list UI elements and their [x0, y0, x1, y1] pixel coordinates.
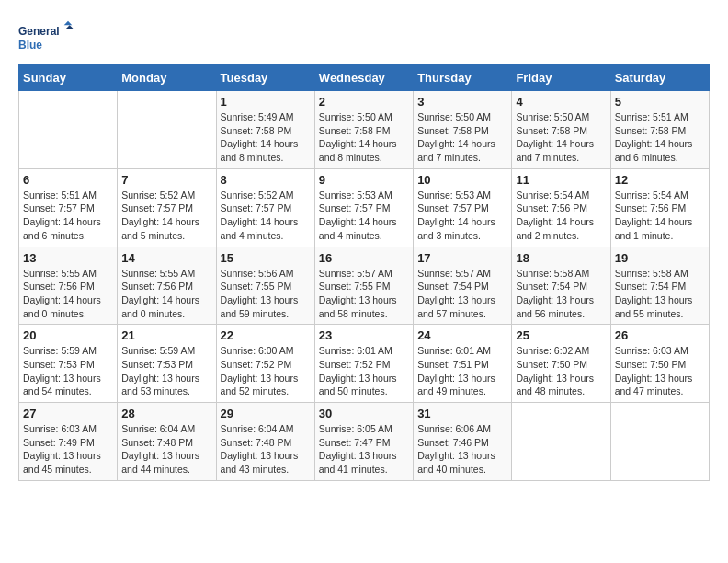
day-detail: Sunrise: 5:50 AMSunset: 7:58 PMDaylight:…: [417, 110, 507, 165]
calendar-cell: 4Sunrise: 5:50 AMSunset: 7:58 PMDaylight…: [512, 91, 610, 169]
calendar-cell: 13Sunrise: 5:55 AMSunset: 7:56 PMDayligh…: [19, 247, 118, 325]
calendar-cell: 8Sunrise: 5:52 AMSunset: 7:57 PMDaylight…: [216, 168, 314, 247]
day-detail: Sunrise: 5:54 AMSunset: 7:56 PMDaylight:…: [615, 189, 705, 243]
day-detail: Sunrise: 5:52 AMSunset: 7:57 PMDaylight:…: [221, 189, 311, 243]
calendar-cell: 30Sunrise: 6:05 AMSunset: 7:47 PMDayligh…: [314, 403, 413, 481]
weekday-header-monday: Monday: [118, 65, 216, 91]
day-number: 6: [23, 173, 113, 187]
calendar-cell: 28Sunrise: 6:04 AMSunset: 7:48 PMDayligh…: [118, 403, 216, 481]
calendar-cell: [610, 403, 709, 481]
calendar-table: SundayMondayTuesdayWednesdayThursdayFrid…: [18, 64, 710, 481]
calendar-cell: 23Sunrise: 6:01 AMSunset: 7:52 PMDayligh…: [314, 325, 413, 403]
calendar-cell: [512, 403, 610, 481]
weekday-header-sunday: Sunday: [19, 65, 118, 91]
calendar-cell: 19Sunrise: 5:58 AMSunset: 7:54 PMDayligh…: [610, 247, 709, 325]
calendar-cell: 20Sunrise: 5:59 AMSunset: 7:53 PMDayligh…: [19, 325, 118, 403]
calendar-cell: 31Sunrise: 6:06 AMSunset: 7:46 PMDayligh…: [414, 403, 512, 481]
day-number: 15: [221, 251, 311, 265]
svg-text:General: General: [18, 25, 60, 38]
calendar-cell: 29Sunrise: 6:04 AMSunset: 7:48 PMDayligh…: [216, 403, 314, 481]
day-number: 28: [121, 407, 211, 420]
day-number: 2: [319, 95, 409, 109]
calendar-cell: 21Sunrise: 5:59 AMSunset: 7:53 PMDayligh…: [118, 325, 216, 403]
day-detail: Sunrise: 5:50 AMSunset: 7:58 PMDaylight:…: [319, 110, 409, 165]
weekday-header-tuesday: Tuesday: [216, 65, 314, 91]
day-detail: Sunrise: 5:56 AMSunset: 7:55 PMDaylight:…: [221, 267, 311, 321]
weekday-header-friday: Friday: [512, 65, 610, 91]
day-detail: Sunrise: 5:57 AMSunset: 7:55 PMDaylight:…: [319, 267, 409, 321]
day-number: 16: [319, 251, 409, 265]
day-detail: Sunrise: 6:02 AMSunset: 7:50 PMDaylight:…: [516, 344, 606, 398]
day-number: 10: [417, 173, 507, 187]
day-detail: Sunrise: 6:06 AMSunset: 7:46 PMDaylight:…: [417, 422, 507, 477]
day-number: 21: [121, 328, 211, 342]
day-detail: Sunrise: 5:55 AMSunset: 7:56 PMDaylight:…: [23, 267, 113, 321]
day-number: 7: [121, 173, 211, 187]
day-detail: Sunrise: 6:05 AMSunset: 7:47 PMDaylight:…: [319, 422, 409, 477]
day-number: 24: [417, 328, 507, 342]
calendar-cell: 18Sunrise: 5:58 AMSunset: 7:54 PMDayligh…: [512, 247, 610, 325]
logo-svg: General Blue: [18, 18, 74, 55]
day-number: 20: [23, 328, 113, 342]
day-number: 12: [615, 173, 705, 187]
day-detail: Sunrise: 5:52 AMSunset: 7:57 PMDaylight:…: [121, 189, 211, 243]
calendar-cell: 14Sunrise: 5:55 AMSunset: 7:56 PMDayligh…: [118, 247, 216, 325]
calendar-cell: 26Sunrise: 6:03 AMSunset: 7:50 PMDayligh…: [610, 325, 709, 403]
day-number: 8: [221, 173, 311, 187]
svg-marker-3: [65, 25, 74, 29]
day-number: 26: [615, 328, 705, 342]
day-detail: Sunrise: 6:03 AMSunset: 7:50 PMDaylight:…: [615, 344, 705, 398]
calendar-cell: 11Sunrise: 5:54 AMSunset: 7:56 PMDayligh…: [512, 168, 610, 247]
day-number: 25: [516, 328, 606, 342]
calendar-cell: 7Sunrise: 5:52 AMSunset: 7:57 PMDaylight…: [118, 168, 216, 247]
calendar-cell: 12Sunrise: 5:54 AMSunset: 7:56 PMDayligh…: [610, 168, 709, 247]
day-number: 19: [615, 251, 705, 265]
calendar-cell: [118, 91, 216, 169]
logo: General Blue: [18, 18, 74, 55]
calendar-cell: 9Sunrise: 5:53 AMSunset: 7:57 PMDaylight…: [314, 168, 413, 247]
calendar-cell: 3Sunrise: 5:50 AMSunset: 7:58 PMDaylight…: [414, 91, 512, 169]
day-number: 5: [615, 95, 705, 109]
calendar-cell: 5Sunrise: 5:51 AMSunset: 7:58 PMDaylight…: [610, 91, 709, 169]
weekday-header-thursday: Thursday: [414, 65, 512, 91]
day-detail: Sunrise: 5:53 AMSunset: 7:57 PMDaylight:…: [417, 189, 507, 243]
day-number: 29: [221, 407, 311, 420]
calendar-cell: 22Sunrise: 6:00 AMSunset: 7:52 PMDayligh…: [216, 325, 314, 403]
day-number: 14: [121, 251, 211, 265]
day-number: 1: [221, 95, 311, 109]
day-detail: Sunrise: 5:59 AMSunset: 7:53 PMDaylight:…: [121, 344, 211, 398]
calendar-cell: 15Sunrise: 5:56 AMSunset: 7:55 PMDayligh…: [216, 247, 314, 325]
day-detail: Sunrise: 6:04 AMSunset: 7:48 PMDaylight:…: [121, 422, 211, 477]
day-number: 17: [417, 251, 507, 265]
svg-text:Blue: Blue: [18, 39, 42, 52]
day-detail: Sunrise: 6:04 AMSunset: 7:48 PMDaylight:…: [221, 422, 311, 477]
day-detail: Sunrise: 5:50 AMSunset: 7:58 PMDaylight:…: [516, 110, 606, 165]
day-detail: Sunrise: 5:59 AMSunset: 7:53 PMDaylight:…: [23, 344, 113, 398]
calendar-cell: 27Sunrise: 6:03 AMSunset: 7:49 PMDayligh…: [19, 403, 118, 481]
calendar-cell: 25Sunrise: 6:02 AMSunset: 7:50 PMDayligh…: [512, 325, 610, 403]
day-number: 27: [23, 407, 113, 420]
day-detail: Sunrise: 5:51 AMSunset: 7:57 PMDaylight:…: [23, 189, 113, 243]
day-detail: Sunrise: 5:58 AMSunset: 7:54 PMDaylight:…: [516, 267, 606, 321]
day-number: 31: [417, 407, 507, 420]
day-detail: Sunrise: 5:54 AMSunset: 7:56 PMDaylight:…: [516, 189, 606, 243]
day-detail: Sunrise: 6:00 AMSunset: 7:52 PMDaylight:…: [221, 344, 311, 398]
day-number: 23: [319, 328, 409, 342]
calendar-cell: 17Sunrise: 5:57 AMSunset: 7:54 PMDayligh…: [414, 247, 512, 325]
day-detail: Sunrise: 5:51 AMSunset: 7:58 PMDaylight:…: [615, 110, 705, 165]
day-number: 4: [516, 95, 606, 109]
day-detail: Sunrise: 5:53 AMSunset: 7:57 PMDaylight:…: [319, 189, 409, 243]
day-number: 30: [319, 407, 409, 420]
calendar-cell: 1Sunrise: 5:49 AMSunset: 7:58 PMDaylight…: [216, 91, 314, 169]
day-number: 13: [23, 251, 113, 265]
weekday-header-wednesday: Wednesday: [314, 65, 413, 91]
calendar-cell: 16Sunrise: 5:57 AMSunset: 7:55 PMDayligh…: [314, 247, 413, 325]
day-number: 9: [319, 173, 409, 187]
day-detail: Sunrise: 5:49 AMSunset: 7:58 PMDaylight:…: [221, 110, 311, 165]
calendar-cell: 10Sunrise: 5:53 AMSunset: 7:57 PMDayligh…: [414, 168, 512, 247]
calendar-cell: 24Sunrise: 6:01 AMSunset: 7:51 PMDayligh…: [414, 325, 512, 403]
calendar-cell: [19, 91, 118, 169]
day-number: 22: [221, 328, 311, 342]
svg-marker-2: [64, 21, 73, 25]
day-number: 3: [417, 95, 507, 109]
